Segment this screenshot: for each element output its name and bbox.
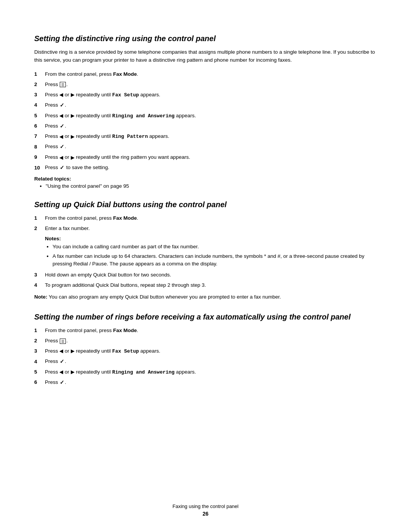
step-5-rbr: 5 Press ◀ or ▶ repeatedly until Ringing …	[34, 368, 377, 376]
step-2-rbr: 2 Press ☰.	[34, 337, 377, 345]
step-8-dr: 8 Press ✓.	[34, 143, 377, 151]
step-content: Hold down an empty Quick Dial button for…	[45, 271, 377, 279]
related-topics-list: "Using the control panel" on page 95	[34, 183, 377, 189]
step-num: 1	[34, 327, 45, 335]
step-10-dr: 10 Press ✓ to save the setting.	[34, 164, 377, 172]
step-4-rbr: 4 Press ✓.	[34, 358, 377, 366]
note-item-2: A fax number can include up to 64 charac…	[53, 252, 377, 268]
check-icon: ✓	[60, 379, 64, 387]
step-num: 8	[34, 143, 45, 151]
steps-list-rings: 1 From the control panel, press Fax Mode…	[34, 327, 377, 387]
step-num: 2	[34, 337, 45, 345]
left-arrow-icon: ◀	[59, 112, 63, 120]
step-num: 5	[34, 112, 45, 120]
left-arrow-icon: ◀	[59, 154, 63, 161]
step-content: Press ◀ or ▶ repeatedly until Fax Setup …	[45, 347, 377, 355]
step-num: 4	[34, 358, 45, 366]
step-num: 10	[34, 164, 45, 172]
step-content: Enter a fax number.	[45, 225, 377, 233]
intro-text-distinctive-ring: Distinctive ring is a service provided b…	[34, 48, 377, 64]
step-3-rbr: 3 Press ◀ or ▶ repeatedly until Fax Setu…	[34, 347, 377, 355]
notes-list: You can include a calling card number as…	[45, 243, 377, 268]
section-title-quick-dial: Setting up Quick Dial buttons using the …	[34, 200, 377, 209]
check-icon: ✓	[60, 101, 64, 110]
step-4-qd: 4 To program additional Quick Dial butto…	[34, 281, 377, 289]
right-arrow-icon: ▶	[71, 91, 75, 99]
step-7-dr: 7 Press ◀ or ▶ repeatedly until Ring Pat…	[34, 133, 377, 141]
step-6-dr: 6 Press ✓.	[34, 122, 377, 131]
right-arrow-icon: ▶	[71, 112, 75, 120]
left-arrow-icon: ◀	[59, 347, 63, 355]
step-content: Press ◀ or ▶ repeatedly until the ring p…	[45, 153, 377, 161]
step-num: 3	[34, 91, 45, 99]
step-content: To program additional Quick Dial buttons…	[45, 281, 377, 289]
check-icon: ✓	[60, 164, 64, 172]
related-topics: Related topics: "Using the control panel…	[34, 176, 377, 189]
step-content: Press ◀ or ▶ repeatedly until Ringing an…	[45, 368, 377, 376]
step-num: 2	[34, 225, 45, 233]
notes-label: Notes:	[45, 236, 377, 241]
related-topics-label: Related topics:	[34, 176, 377, 182]
step-num: 5	[34, 368, 45, 376]
check-icon: ✓	[60, 358, 64, 366]
step-3-qd: 3 Hold down an empty Quick Dial button f…	[34, 271, 377, 279]
step-content: Press ✓.	[45, 122, 377, 131]
right-arrow-icon: ▶	[71, 154, 75, 161]
step-content: Press ☰.	[45, 81, 377, 89]
steps-list-distinctive-ring: 1 From the control panel, press Fax Mode…	[34, 70, 377, 172]
notes-block-quick-dial: Notes: You can include a calling card nu…	[45, 236, 377, 268]
note-item-1: You can include a calling card number as…	[53, 243, 377, 251]
step-2-qd: 2 Enter a fax number.	[34, 225, 377, 233]
left-arrow-icon: ◀	[59, 91, 63, 99]
footer: Faxing using the control panel 26	[0, 503, 411, 517]
step-num: 9	[34, 153, 45, 161]
left-arrow-icon: ◀	[59, 368, 63, 376]
step-num: 4	[34, 281, 45, 289]
step-num: 6	[34, 379, 45, 387]
step-content: Press ☰.	[45, 337, 377, 345]
step-content: Press ◀ or ▶ repeatedly until Fax Setup …	[45, 91, 377, 99]
section-title-rings-before-receiving: Setting the number of rings before recei…	[34, 313, 377, 321]
step-content: Press ✓.	[45, 358, 377, 366]
menu-icon: ☰	[60, 82, 66, 87]
step-num: 6	[34, 122, 45, 130]
step-num: 3	[34, 347, 45, 355]
step-num: 2	[34, 81, 45, 89]
step-num: 3	[34, 271, 45, 279]
section-title-distinctive-ring: Setting the distinctive ring using the c…	[34, 34, 377, 43]
step-2-dr: 2 Press ☰.	[34, 81, 377, 89]
step-num: 4	[34, 101, 45, 109]
step-num: 7	[34, 133, 45, 141]
check-icon: ✓	[60, 122, 64, 131]
step-5-dr: 5 Press ◀ or ▶ repeatedly until Ringing …	[34, 112, 377, 120]
left-arrow-icon: ◀	[59, 133, 63, 141]
right-arrow-icon: ▶	[71, 368, 75, 376]
step-9-dr: 9 Press ◀ or ▶ repeatedly until the ring…	[34, 153, 377, 161]
step-content: From the control panel, press Fax Mode.	[45, 327, 377, 335]
step-content: From the control panel, press Fax Mode.	[45, 214, 377, 222]
step-content: Press ◀ or ▶ repeatedly until Ringing an…	[45, 112, 377, 120]
menu-icon: ☰	[60, 339, 66, 344]
steps-list-quick-dial-1: 1 From the control panel, press Fax Mode…	[34, 214, 377, 233]
step-content: Press ✓ to save the setting.	[45, 164, 377, 172]
step-content: Press ✓.	[45, 143, 377, 151]
related-topic-item: "Using the control panel" on page 95	[46, 183, 377, 189]
step-content: Press ◀ or ▶ repeatedly until Ring Patte…	[45, 133, 377, 141]
step-4-dr: 4 Press ✓.	[34, 101, 377, 110]
step-content: Press ✓.	[45, 379, 377, 387]
step-3-dr: 3 Press ◀ or ▶ repeatedly until Fax Setu…	[34, 91, 377, 99]
step-1-rbr: 1 From the control panel, press Fax Mode…	[34, 327, 377, 335]
steps-list-quick-dial-2: 3 Hold down an empty Quick Dial button f…	[34, 271, 377, 289]
step-6-rbr: 6 Press ✓.	[34, 379, 377, 387]
step-content: Press ✓.	[45, 101, 377, 110]
right-arrow-icon: ▶	[71, 347, 75, 355]
right-arrow-icon: ▶	[71, 133, 75, 141]
check-icon: ✓	[60, 143, 64, 151]
step-1-dr: 1 From the control panel, press Fax Mode…	[34, 70, 377, 78]
footer-text: Faxing using the control panel	[172, 503, 238, 509]
step-num: 1	[34, 70, 45, 78]
note-inline-quick-dial: Note: You can also program any empty Qui…	[34, 293, 377, 301]
step-num: 1	[34, 214, 45, 222]
page-number: 26	[0, 511, 411, 517]
step-1-qd: 1 From the control panel, press Fax Mode…	[34, 214, 377, 222]
